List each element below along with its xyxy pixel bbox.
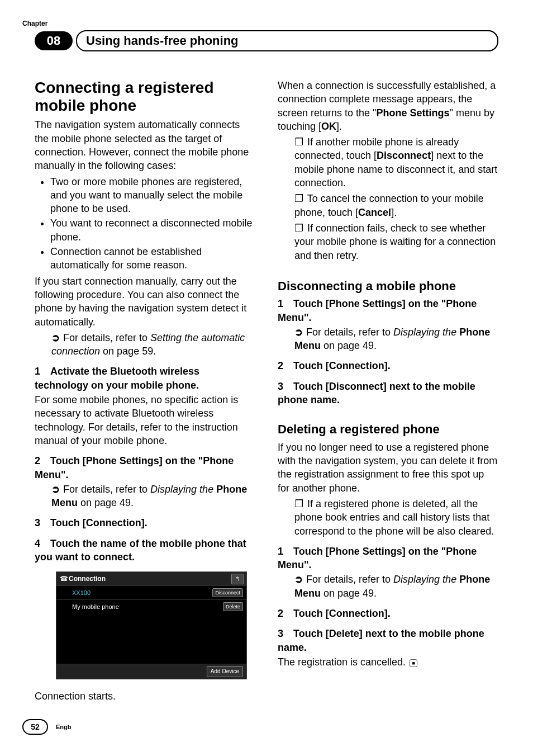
bullet-item: Connection cannot be established automat… [50, 245, 255, 272]
bold-text: Phone Settings [376, 107, 449, 119]
text: If a registered phone is deleted, all th… [294, 498, 494, 537]
step-number: 2 [278, 359, 293, 372]
left-column: Connecting a registered mobile phone The… [35, 79, 255, 705]
xref-text: For details, refer to [306, 574, 393, 585]
device-name[interactable]: XX100 [72, 589, 91, 597]
xref-italic: Displaying the [150, 484, 216, 495]
step-3: 3Touch [Connection]. [35, 516, 255, 530]
device-row-2: My mobile phone Delete [56, 599, 246, 613]
language-code: Engb [56, 724, 72, 730]
step-text: Touch [Phone Settings] on the "Phone Men… [278, 298, 477, 323]
step-number: 3 [278, 627, 293, 640]
text: If connection fails, check to see whethe… [294, 223, 496, 261]
step-number: 3 [278, 380, 293, 393]
subsection-disconnecting: Disconnecting a mobile phone [278, 279, 498, 294]
note-item: ❐ If another mobile phone is already con… [278, 135, 498, 190]
step-number: 2 [278, 607, 293, 620]
bold-text: Cancel [358, 207, 391, 218]
step-3: 3Touch [Delete] next to the mobile phone… [278, 627, 498, 654]
note-item: ❐ If connection fails, check to see whet… [278, 221, 498, 262]
arrow-icon: ➲ [294, 325, 303, 339]
right-column: When a connection is successfully establ… [278, 79, 498, 705]
device-screenshot: ☎ Connection ↰ XX100 Disconnect My mobil… [56, 571, 247, 679]
delete-button[interactable]: Delete [223, 602, 243, 611]
step-4: 4Touch the name of the mobile phone that… [35, 537, 255, 564]
step-number: 1 [35, 365, 50, 378]
page-footer: 52 Engb [22, 719, 72, 735]
section-heading-connecting: Connecting a registered mobile phone [35, 79, 255, 115]
step-text: Touch [Connection]. [293, 608, 391, 619]
cross-reference: ➲ For details, refer to Setting the auto… [35, 331, 255, 358]
paragraph: If you start connection manually, carry … [35, 275, 255, 329]
header-title-wrap: Using hands-free phoning [76, 30, 498, 51]
step-text: Touch [Disconnect] next to the mobile ph… [278, 381, 475, 405]
text: ]. [391, 207, 397, 218]
step-number: 4 [35, 537, 50, 550]
paragraph: Connection starts. [35, 689, 255, 703]
bold-text: OK [321, 121, 336, 132]
step-number: 1 [278, 545, 293, 558]
xref-tail: on page 49. [321, 340, 377, 351]
disconnect-button[interactable]: Disconnect [212, 588, 243, 597]
step-text: Touch [Delete] next to the mobile phone … [278, 628, 484, 653]
step-1: 1Touch [Phone Settings] on the "Phone Me… [278, 297, 498, 324]
note-icon: ❐ [294, 135, 304, 149]
xref-italic: Displaying the [393, 327, 459, 338]
step-text: Activate the Bluetooth wireless technolo… [35, 366, 199, 390]
xref-text: For details, refer to [63, 332, 150, 343]
step-text: Touch [Phone Settings] on the "Phone Men… [35, 455, 234, 480]
phone-icon: ☎ [59, 574, 69, 583]
device-row-1: XX100 Disconnect [56, 585, 246, 599]
chapter-number-pill: 08 [35, 31, 73, 50]
bullet-list: Two or more mobile phones are registered… [35, 175, 255, 272]
chapter-title: Using hands-free phoning [86, 34, 239, 48]
note-icon: ❐ [294, 221, 304, 235]
bullet-item: You want to reconnect a disconnected mob… [50, 216, 255, 244]
add-device-button[interactable]: Add Device [207, 666, 243, 677]
step-text: Touch [Connection]. [50, 517, 147, 528]
step-1: 1Activate the Bluetooth wireless technol… [35, 365, 255, 392]
intro-paragraph: The navigation system automatically conn… [35, 118, 255, 172]
subsection-deleting: Deleting a registered phone [278, 422, 498, 437]
device-footer: Add Device [56, 664, 246, 679]
arrow-icon: ➲ [294, 573, 303, 586]
header-row: 08 Using hands-free phoning [35, 31, 498, 51]
device-name[interactable]: My mobile phone [72, 603, 119, 611]
paragraph: When a connection is successfully establ… [278, 79, 498, 133]
cross-reference: ➲ For details, refer to Displaying the P… [278, 325, 498, 353]
step-3: 3Touch [Disconnect] next to the mobile p… [278, 380, 498, 407]
step-text: Touch [Phone Settings] on the "Phone Men… [278, 546, 477, 570]
step-text: Touch the name of the mobile phone that … [35, 538, 246, 563]
page-number: 52 [22, 719, 48, 735]
device-header: ☎ Connection ↰ [56, 572, 246, 585]
step-2: 2Touch [Connection]. [278, 359, 498, 372]
step-2: 2Touch [Phone Settings] on the "Phone Me… [35, 454, 255, 481]
cross-reference: ➲ For details, refer to Displaying the P… [278, 573, 498, 600]
bold-text: Disconnect [377, 150, 431, 161]
note-item: ❐ If a registered phone is deleted, all … [278, 497, 498, 538]
device-title: Connection [69, 574, 231, 583]
note-item: ❐ To cancel the connection to your mobil… [278, 192, 498, 219]
xref-italic: Displaying the [393, 574, 459, 585]
xref-tail: on page 49. [78, 497, 134, 508]
text: ]. [336, 121, 342, 132]
bullet-item: Two or more mobile phones are registered… [50, 175, 255, 216]
step-text: Touch [Connection]. [293, 360, 391, 371]
arrow-icon: ➲ [51, 483, 60, 496]
step-number: 3 [35, 516, 50, 530]
note-icon: ❐ [294, 192, 304, 205]
text: The registration is cancelled. [278, 656, 406, 668]
device-body [56, 613, 246, 664]
note-icon: ❐ [294, 497, 304, 511]
xref-tail: on page 49. [321, 588, 377, 599]
paragraph: The registration is cancelled. ■ [278, 655, 498, 669]
back-button[interactable]: ↰ [231, 574, 244, 584]
step-1: 1Touch [Phone Settings] on the "Phone Me… [278, 545, 498, 572]
paragraph: If you no longer need to use a registere… [278, 441, 498, 495]
chapter-label: Chapter [22, 20, 47, 27]
step-body: For some mobile phones, no specific acti… [35, 393, 255, 447]
end-section-icon: ■ [410, 659, 417, 667]
step-2: 2Touch [Connection]. [278, 607, 498, 620]
xref-text: For details, refer to [306, 327, 393, 338]
xref-text: For details, refer to [63, 484, 150, 495]
